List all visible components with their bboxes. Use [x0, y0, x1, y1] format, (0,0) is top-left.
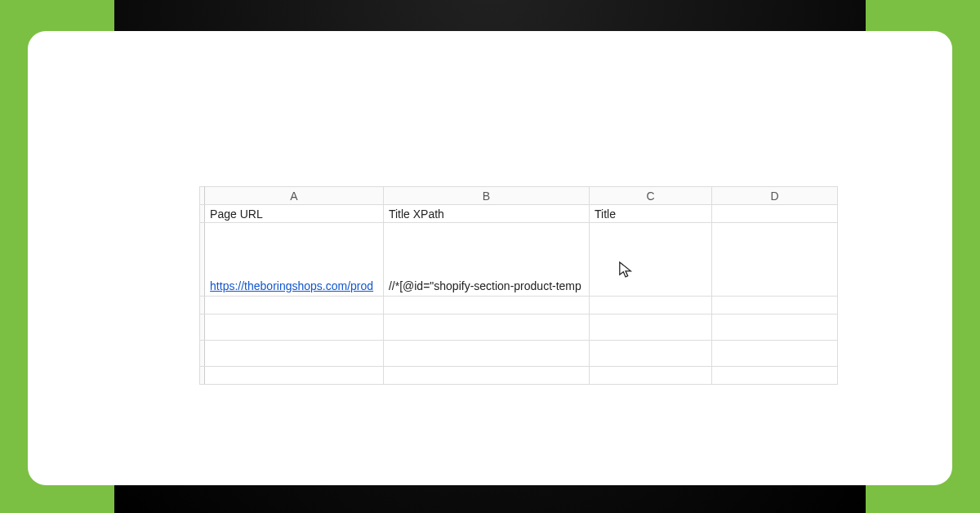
column-header-a[interactable]: A: [205, 187, 384, 205]
table-row: [200, 341, 838, 367]
cell-c4[interactable]: [590, 314, 712, 341]
column-header-row: A B C D: [200, 187, 838, 205]
cell-a5[interactable]: [205, 341, 384, 367]
table-row: Page URL Title XPath Title: [200, 205, 838, 223]
cell-d4[interactable]: [712, 314, 838, 341]
cell-a1[interactable]: Page URL: [205, 205, 384, 223]
cell-a3[interactable]: [205, 297, 384, 314]
column-header-b[interactable]: B: [383, 187, 589, 205]
cell-b4[interactable]: [383, 314, 589, 341]
cell-b3[interactable]: [383, 297, 589, 314]
cell-a4[interactable]: [205, 314, 384, 341]
cell-d6[interactable]: [712, 367, 838, 385]
table-row: [200, 297, 838, 314]
cell-d3[interactable]: [712, 297, 838, 314]
cell-b1[interactable]: Title XPath: [383, 205, 589, 223]
cell-b6[interactable]: [383, 367, 589, 385]
table-row: [200, 367, 838, 385]
cell-a2[interactable]: https://theboringshops.com/prod: [205, 223, 384, 297]
cell-c1[interactable]: Title: [590, 205, 712, 223]
column-header-d[interactable]: D: [712, 187, 838, 205]
cell-d1[interactable]: [712, 205, 838, 223]
spreadsheet-grid[interactable]: A B C D Page URL Title XPath Title https…: [199, 186, 838, 385]
cell-c2[interactable]: [590, 223, 712, 297]
table-row: [200, 314, 838, 341]
column-header-c[interactable]: C: [590, 187, 712, 205]
cell-c5[interactable]: [590, 341, 712, 367]
cell-b2[interactable]: //*[@id="shopify-section-product-temp: [383, 223, 589, 297]
table-row: https://theboringshops.com/prod //*[@id=…: [200, 223, 838, 297]
cell-a6[interactable]: [205, 367, 384, 385]
content-card: A B C D Page URL Title XPath Title https…: [28, 31, 952, 485]
cell-b5[interactable]: [383, 341, 589, 367]
cell-d5[interactable]: [712, 341, 838, 367]
cell-c6[interactable]: [590, 367, 712, 385]
cell-c3[interactable]: [590, 297, 712, 314]
cell-d2[interactable]: [712, 223, 838, 297]
